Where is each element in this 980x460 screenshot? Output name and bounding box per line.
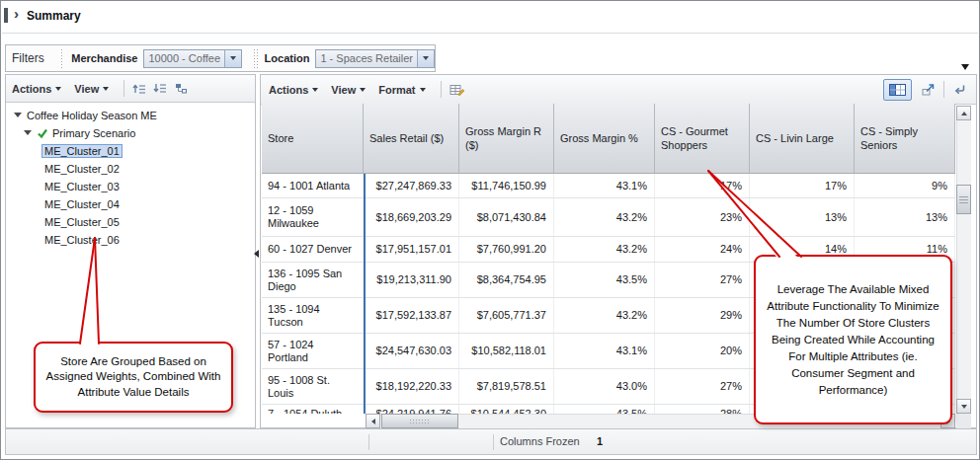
tree-node-scenario[interactable]: Primary Scenario [24,124,135,141]
tree-node-cluster[interactable]: ME_Cluster_04 [41,195,122,212]
table-cell[interactable]: $10,544,452.30 [459,405,554,414]
tree-node-cluster[interactable]: ME_Cluster_02 [41,160,122,177]
table-cell[interactable]: 24% [655,237,750,262]
scroll-up-button[interactable] [956,106,971,120]
table-cell[interactable]: $11,746,150.99 [459,174,554,197]
table-cell[interactable]: $27,247,869.33 [364,174,459,197]
table-cell[interactable]: 28% [655,405,750,414]
table-actions-menu[interactable]: Actions [269,84,318,96]
summary-disclosure-icon[interactable]: › [14,5,19,22]
vertical-scroll-thumb[interactable] [956,185,971,214]
scroll-left-button[interactable] [366,414,380,428]
table-cell[interactable]: $24,547,630.03 [364,334,459,368]
tree-node-cluster[interactable]: ME_Cluster_01 [41,142,122,159]
collapse-all-icon[interactable] [132,82,146,95]
vertical-scroll-track[interactable] [956,106,971,414]
table-row[interactable]: 12 - 1059 Milwaukee $18,669,203.29 $8,07… [262,198,955,237]
tree-actions-menu[interactable]: Actions [12,83,61,95]
table-cell[interactable]: $18,192,220.33 [364,369,459,404]
table-cell[interactable]: 17% [655,174,750,197]
table-cell[interactable]: 43.1% [554,334,655,368]
column-header-cs-gourmet-shoppers[interactable]: CS - Gourmet Shoppers [655,104,750,173]
location-select[interactable]: 1 - Spaces Retailer [315,49,435,68]
table-cell[interactable]: 7 - 1054 Duluth [262,405,364,414]
tree-toolbar: Actions View [6,75,255,103]
table-cell[interactable]: 17% [750,174,855,197]
table-cell[interactable]: 20% [655,334,750,368]
tree-node-cluster[interactable]: ME_Cluster_06 [41,231,122,248]
tree-node-cluster[interactable]: ME_Cluster_05 [41,213,122,230]
export-icon[interactable] [449,83,465,97]
tree-node-root[interactable]: Coffee Holiday Season ME [14,107,157,123]
scenario-label[interactable]: Primary Scenario [52,127,135,139]
table-cell[interactable]: 13% [855,198,955,236]
detach-icon[interactable] [921,83,935,97]
table-cell[interactable]: 13% [750,198,855,236]
column-header-store[interactable]: Store [262,104,364,173]
scroll-down-button[interactable] [956,399,971,414]
table-cell[interactable]: 23% [655,198,750,236]
column-header-cs-livin-large[interactable]: CS - Livin Large [750,104,855,173]
wrap-icon[interactable] [952,83,966,97]
table-cell[interactable]: $8,071,430.84 [459,198,554,236]
cluster-label[interactable]: ME_Cluster_03 [41,180,122,193]
table-cell[interactable]: 9% [855,174,955,197]
cluster-label[interactable]: ME_Cluster_04 [41,197,122,211]
column-header-cs-simply-seniors[interactable]: CS - Simply Seniors [855,104,955,173]
table-cell[interactable]: 43.5% [554,405,655,414]
table-cell[interactable]: $7,760,991.20 [459,237,554,262]
table-row[interactable]: 94 - 1001 Atlanta $27,247,869.33 $11,746… [262,174,955,198]
table-cell[interactable]: 60 - 1027 Denver [262,237,364,262]
table-view-menu[interactable]: View [331,84,366,96]
cluster-label[interactable]: ME_Cluster_06 [41,233,122,247]
table-cell[interactable]: 136 - 1095 San Diego [262,263,364,297]
table-cell[interactable]: 29% [655,298,750,333]
column-header-sales-retail[interactable]: Sales Retail ($) [364,104,459,173]
show-as-top-icon[interactable] [174,82,188,95]
table-cell[interactable]: $19,213,311.90 [364,263,459,297]
table-cell[interactable]: 43.5% [554,263,655,297]
table-cell[interactable]: 27% [655,369,750,404]
horizontal-scroll-thumb[interactable] [381,414,458,428]
table-cell[interactable]: $17,951,157.01 [364,237,459,262]
table-cell[interactable]: 135 - 1094 Tucson [262,298,364,333]
table-cell[interactable]: 57 - 1024 Portland [262,334,364,368]
table-cell[interactable]: 43.2% [554,198,655,236]
table-cell[interactable]: $8,364,754.95 [459,263,554,297]
table-cell[interactable]: 43.1% [554,174,655,197]
cluster-label[interactable]: ME_Cluster_05 [41,215,122,229]
dropdown-arrow-icon[interactable] [224,50,241,67]
caret-down-icon[interactable] [24,130,32,135]
caret-down-icon[interactable] [14,113,22,117]
table-cell[interactable]: 43.2% [554,298,655,333]
table-cell[interactable]: 43.2% [554,237,655,262]
tree-root-label[interactable]: Coffee Holiday Season ME [27,110,157,121]
merchandise-select[interactable]: 10000 - Coffee [143,49,242,68]
panel-collapse-arrow-icon[interactable] [961,64,969,70]
table-cell[interactable]: 43.0% [554,369,655,404]
table-format-menu[interactable]: Format [378,84,425,96]
table-cell[interactable]: 27% [655,263,750,297]
format-menu-label: Format [378,84,415,96]
splitter-collapse-icon[interactable] [254,250,259,258]
page-title[interactable]: Summary [27,9,81,23]
cluster-label-selected[interactable]: ME_Cluster_01 [41,144,122,158]
table-cell[interactable]: 94 - 1001 Atlanta [262,174,364,197]
table-cell[interactable]: $7,605,771.37 [459,298,554,333]
table-cell[interactable]: $17,592,133.87 [364,298,459,333]
dropdown-arrow-icon[interactable] [417,50,434,67]
column-header-gross-margin-r[interactable]: Gross Margin R ($) [459,104,554,173]
table-cell[interactable]: $18,669,203.29 [364,198,459,236]
table-cell[interactable]: 95 - 1008 St. Louis [262,369,364,404]
freeze-columns-button[interactable] [883,79,912,101]
table-cell[interactable]: $7,819,578.51 [459,369,554,404]
table-cell[interactable]: $10,582,118.01 [459,334,554,368]
table-cell[interactable]: $24,219,941.76 [364,405,459,414]
tree-view-menu[interactable]: View [74,83,109,95]
expand-all-icon[interactable] [153,82,167,95]
column-header-gross-margin-pct[interactable]: Gross Margin % [554,104,655,173]
vertical-scrollbar[interactable] [956,106,971,414]
table-cell[interactable]: 12 - 1059 Milwaukee [262,198,364,236]
tree-node-cluster[interactable]: ME_Cluster_03 [41,178,122,194]
cluster-label[interactable]: ME_Cluster_02 [41,162,122,176]
